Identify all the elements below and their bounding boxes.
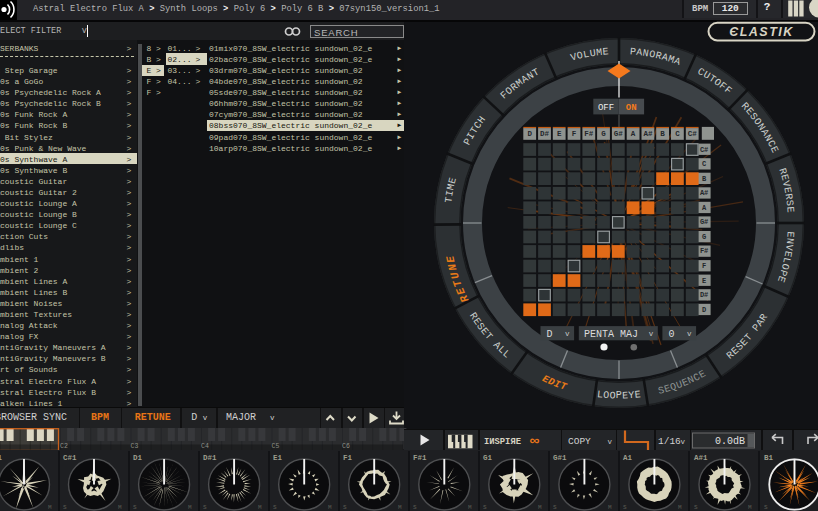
svg-text:C#: C# <box>688 130 698 138</box>
svg-text:A#: A# <box>643 130 653 138</box>
svg-text:G: G <box>702 233 706 241</box>
svg-text:LOOPEYE: LOOPEYE <box>596 389 641 401</box>
svg-text:PENTA MAJ: PENTA MAJ <box>584 329 638 340</box>
svg-text:v: v <box>687 330 692 338</box>
svg-text:D: D <box>527 130 532 138</box>
svg-text:v: v <box>565 330 570 338</box>
svg-text:D: D <box>547 329 553 340</box>
svg-text:D: D <box>702 306 706 314</box>
svg-text:E: E <box>557 130 562 138</box>
svg-text:C: C <box>675 130 680 138</box>
svg-text:C#: C# <box>700 146 708 154</box>
svg-text:D#: D# <box>540 130 550 138</box>
svg-text:F: F <box>572 130 577 138</box>
svg-text:0: 0 <box>669 329 675 340</box>
svg-text:E: E <box>702 277 706 285</box>
svg-text:A#: A# <box>700 189 708 197</box>
svg-text:B: B <box>660 130 665 138</box>
svg-text:G#: G# <box>700 218 708 226</box>
svg-text:D#: D# <box>700 291 708 299</box>
svg-text:OFF: OFF <box>598 103 614 113</box>
svg-text:A: A <box>631 130 636 138</box>
svg-text:G#: G# <box>614 130 624 138</box>
svg-text:F: F <box>702 262 706 270</box>
svg-text:v: v <box>649 330 654 338</box>
svg-text:C: C <box>702 160 706 168</box>
svg-text:F#: F# <box>584 130 594 138</box>
svg-text:ON: ON <box>626 103 637 113</box>
svg-text:F#: F# <box>700 247 708 255</box>
svg-text:G: G <box>601 130 606 138</box>
svg-text:ЄLASTIK: ЄLASTIK <box>729 25 794 39</box>
